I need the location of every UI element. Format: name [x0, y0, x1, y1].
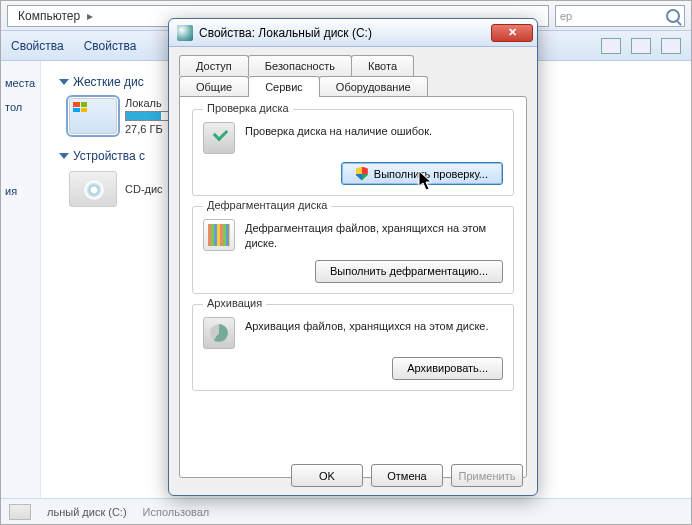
group-defrag-legend: Дефрагментация диска [203, 199, 331, 211]
help-icon[interactable] [661, 38, 681, 54]
collapse-icon[interactable] [59, 79, 69, 85]
tab-service[interactable]: Сервис [248, 76, 320, 97]
check-disk-button[interactable]: Выполнить проверку... [341, 162, 503, 185]
view-options-icon[interactable] [601, 38, 621, 54]
defrag-text: Дефрагментация файлов, хранящихся на это… [245, 219, 503, 252]
tab-quota[interactable]: Квота [351, 55, 414, 76]
search-placeholder: ер [560, 10, 666, 22]
defrag-button[interactable]: Выполнить дефрагментацию... [315, 260, 503, 283]
backup-text: Архивация файлов, хранящихся на этом дис… [245, 317, 489, 334]
dialog-buttons: OK Отмена Применить [291, 464, 523, 487]
nav-desktop[interactable]: тол [1, 95, 40, 119]
status-drive-name: льный диск (C:) [47, 506, 127, 518]
search-input[interactable]: ер [555, 5, 685, 27]
close-button[interactable]: ✕ [491, 24, 533, 42]
properties-button-2[interactable]: Свойства [84, 39, 137, 53]
tab-general[interactable]: Общие [179, 76, 249, 97]
cancel-button[interactable]: Отмена [371, 464, 443, 487]
tab-strip: Доступ Безопасность Квота [179, 55, 527, 76]
properties-dialog: Свойства: Локальный диск (C:) ✕ Доступ Б… [168, 18, 538, 496]
defrag-icon [203, 219, 235, 251]
uac-shield-icon [356, 167, 368, 181]
status-used-label: Использовал [143, 506, 210, 518]
dialog-titlebar[interactable]: Свойства: Локальный диск (C:) ✕ [169, 19, 537, 47]
check-disk-text: Проверка диска на наличие ошибок. [245, 122, 432, 139]
group-defrag: Дефрагментация диска Дефрагментация файл… [192, 206, 514, 294]
drive-icon [177, 25, 193, 41]
properties-button-1[interactable]: Свойства [11, 39, 64, 53]
status-bar: льный диск (C:) Использовал [1, 498, 691, 524]
tab-panel-service: Проверка диска Проверка диска на наличие… [179, 96, 527, 478]
dialog-title: Свойства: Локальный диск (C:) [199, 26, 491, 40]
hard-drive-icon [9, 504, 31, 520]
group-backup-legend: Архивация [203, 297, 266, 309]
cd-drive-icon [69, 171, 117, 207]
check-disk-icon [203, 122, 235, 154]
preview-pane-icon[interactable] [631, 38, 651, 54]
group-check-legend: Проверка диска [203, 102, 293, 114]
search-icon [666, 9, 680, 23]
tab-hardware[interactable]: Оборудование [319, 76, 428, 97]
tab-access[interactable]: Доступ [179, 55, 249, 76]
backup-button[interactable]: Архивировать... [392, 357, 503, 380]
drive-cd-label: CD-дис [125, 183, 163, 195]
collapse-icon[interactable] [59, 153, 69, 159]
tab-security[interactable]: Безопасность [248, 55, 352, 76]
nav-pane: места тол ия [1, 61, 41, 501]
nav-favorites[interactable]: места [1, 71, 40, 95]
backup-icon [203, 317, 235, 349]
chevron-right-icon: ▸ [84, 9, 96, 23]
nav-recent[interactable]: ия [1, 179, 40, 203]
ok-button[interactable]: OK [291, 464, 363, 487]
apply-button[interactable]: Применить [451, 464, 523, 487]
hard-drive-icon [69, 98, 117, 134]
breadcrumb-root[interactable]: Компьютер [14, 9, 84, 23]
group-check-disk: Проверка диска Проверка диска на наличие… [192, 109, 514, 196]
group-backup: Архивация Архивация файлов, хранящихся н… [192, 304, 514, 391]
